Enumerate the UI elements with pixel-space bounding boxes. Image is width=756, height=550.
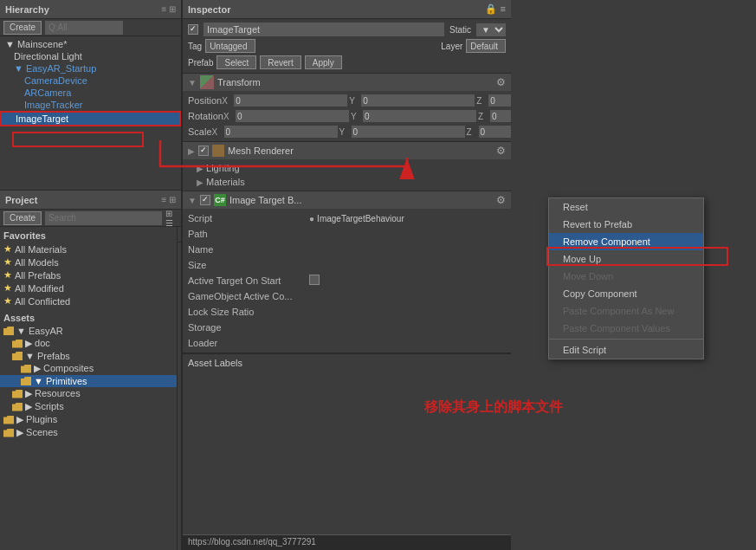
transform-section: ▼ Transform ⚙ Position X: [183, 74, 511, 142]
it-title: Image Target B...: [229, 195, 302, 205]
image-target-title-group: ▼ C# Image Target B...: [188, 194, 301, 206]
it-size-row: Size: [183, 257, 511, 273]
go-name-input[interactable]: [204, 23, 444, 36]
mesh-renderer-checkbox[interactable]: [198, 146, 209, 156]
scale-label: Scale: [188, 126, 212, 137]
context-menu-move-up[interactable]: Move Up: [549, 250, 703, 268]
favorites-all-conflicted[interactable]: ★ All Conflicted: [0, 294, 177, 307]
favorites-all-materials[interactable]: ★ All Materials: [0, 243, 177, 256]
revert-button[interactable]: Revert: [260, 55, 300, 69]
scale-z-input[interactable]: [479, 126, 511, 138]
it-gear-icon[interactable]: ⚙: [496, 194, 506, 206]
static-dropdown[interactable]: ▼: [476, 23, 506, 36]
hierarchy-search-input[interactable]: [45, 21, 123, 35]
assets-composites[interactable]: ▶ Composites: [0, 362, 177, 375]
rotation-y-group: Y: [351, 110, 476, 122]
tag-dropdown[interactable]: Untagged: [205, 39, 255, 53]
tree-item-mainscene[interactable]: ▼ Mainscene*: [0, 38, 181, 50]
assets-primitives[interactable]: ▼ Primitives: [0, 375, 177, 387]
context-menu-copy[interactable]: Copy Component: [549, 285, 703, 302]
assets-resources[interactable]: ▶ Resources: [0, 387, 177, 400]
inspector-menu-icon[interactable]: ≡: [501, 3, 506, 15]
folder-icon-prefabs: [12, 352, 23, 360]
mesh-renderer-arrow: ▶: [188, 146, 195, 156]
position-y-group: Y: [349, 94, 475, 107]
tree-item-directional-light[interactable]: Directional Light: [0, 50, 181, 62]
it-path-row: Path: [183, 226, 511, 242]
apply-button[interactable]: Apply: [305, 55, 342, 69]
favorites-all-models[interactable]: ★ All Models: [0, 256, 177, 269]
favorites-all-modified[interactable]: ★ All Modified: [0, 281, 177, 294]
context-menu-edit-script[interactable]: Edit Script: [549, 341, 703, 359]
transform-header[interactable]: ▼ Transform ⚙: [183, 74, 511, 91]
hierarchy-title: Hierarchy: [5, 4, 49, 15]
tree-item-camera-device[interactable]: CameraDevice: [0, 74, 181, 87]
project-tree: Favorites ★ All Materials ★ All Models ★…: [0, 227, 178, 550]
scale-y-group: Y: [339, 126, 465, 138]
tree-item-ar-camera[interactable]: ARCamera: [0, 87, 181, 99]
inspector-panel: Inspector 🔒 ≡ Static ▼ Tag Unta: [182, 0, 511, 550]
it-gameobject-label: GameObject Active Co...: [188, 291, 309, 301]
it-lock-size-row: Lock Size Ratio: [183, 304, 511, 320]
gear-icon[interactable]: ⚙: [496, 76, 506, 88]
mesh-renderer-header[interactable]: ▶ Mesh Renderer ⚙: [183, 142, 511, 159]
mesh-renderer-title: ▶ Mesh Renderer: [188, 145, 294, 157]
mesh-renderer-gear-icon[interactable]: ⚙: [496, 145, 506, 157]
it-path-label: Path: [188, 229, 309, 239]
tree-item-image-target[interactable]: ImageTarget: [0, 111, 181, 126]
context-menu-revert[interactable]: Revert to Prefab: [549, 216, 703, 233]
it-active-checkbox[interactable]: [309, 275, 320, 285]
asset-labels-section: Asset Labels: [183, 353, 511, 375]
rotation-x-input[interactable]: [236, 110, 349, 122]
context-menu: Reset Revert to Prefab Remove Component …: [548, 197, 704, 359]
position-x-input[interactable]: [234, 94, 347, 107]
layer-dropdown[interactable]: Default: [466, 39, 506, 53]
assets-doc[interactable]: ▶ doc: [0, 337, 177, 350]
z-label: Z: [476, 96, 487, 106]
inspector-content: Static ▼ Tag Untagged Layer Default Pref…: [183, 19, 511, 534]
sy-label: Y: [339, 127, 350, 137]
it-checkbox[interactable]: [200, 195, 210, 205]
rotation-z-input[interactable]: [490, 110, 511, 122]
assets-prefabs[interactable]: ▼ Prefabs: [0, 350, 177, 362]
project-create-button[interactable]: Create: [3, 211, 42, 225]
tree-item-image-tracker[interactable]: ImageTracker: [0, 99, 181, 111]
it-script-label: Script: [188, 213, 309, 223]
favorites-all-prefabs[interactable]: ★ All Prefabs: [0, 269, 177, 281]
assets-scripts[interactable]: ▶ Scripts: [0, 400, 177, 413]
hierarchy-create-button[interactable]: Create: [3, 21, 42, 35]
hierarchy-content: ▼ Mainscene* Directional Light ▼ EasyAR_…: [0, 36, 181, 190]
assets-easyar[interactable]: ▼ EasyAR: [0, 325, 177, 337]
lock-icon[interactable]: 🔒: [485, 3, 497, 15]
scale-x-input[interactable]: [224, 126, 338, 138]
context-menu-remove[interactable]: Remove Component: [549, 233, 703, 250]
position-y-input[interactable]: [361, 94, 475, 107]
folder-icon-composites: [21, 365, 31, 373]
folder-icon-scripts: [12, 403, 23, 411]
rotation-z-group: Z: [478, 110, 511, 122]
it-loader-row: Loader: [183, 335, 511, 351]
tag-label: Tag: [188, 42, 202, 51]
it-script-value: ● ImageTargetBehaviour: [309, 213, 506, 223]
position-z-input[interactable]: [488, 94, 511, 107]
rx-label: X: [223, 112, 234, 121]
it-lock-size-label: Lock Size Ratio: [188, 307, 309, 317]
it-active-value: [309, 275, 506, 287]
assets-plugins[interactable]: ▶ Plugins: [0, 413, 177, 426]
rotation-y-input[interactable]: [363, 110, 476, 122]
sx-label: X: [212, 127, 223, 137]
scale-x-group: X: [212, 126, 338, 138]
go-active-checkbox[interactable]: [188, 24, 198, 35]
image-target-header[interactable]: ▼ C# Image Target B... ⚙: [183, 191, 511, 209]
transform-icon: [200, 75, 214, 89]
assets-scenes[interactable]: ▶ Scenes: [0, 426, 177, 439]
tree-item-easyar-startup[interactable]: ▼ EasyAR_Startup: [0, 62, 181, 74]
scale-y-input[interactable]: [352, 126, 465, 138]
context-menu-reset[interactable]: Reset: [549, 198, 703, 216]
project-search-input[interactable]: [45, 211, 162, 225]
select-button[interactable]: Select: [216, 55, 256, 69]
folder-icon-resources: [12, 390, 23, 398]
mesh-renderer-body: ▶ Lighting ▶ Materials: [183, 159, 511, 191]
star-icon-3: ★: [3, 269, 12, 281]
folder-icon-easyar: [3, 327, 14, 335]
